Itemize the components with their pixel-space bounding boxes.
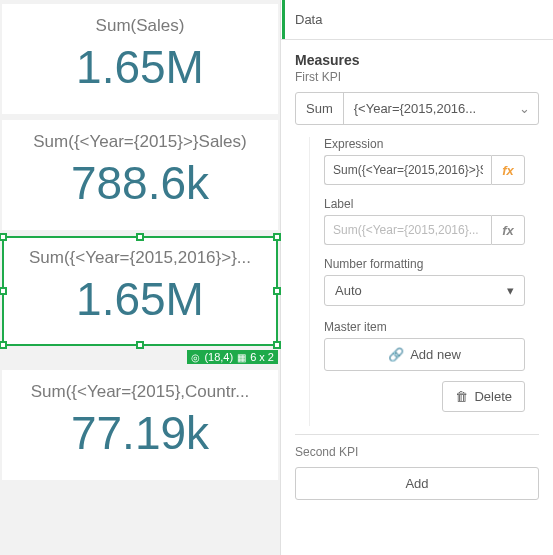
panel-tabs: Data: [281, 0, 553, 40]
kpi-title: Sum(Sales): [10, 16, 270, 36]
measures-section: Measures First KPI Sum {<Year={2015,2016…: [281, 40, 553, 512]
properties-panel: Data Measures First KPI Sum {<Year={2015…: [280, 0, 553, 555]
resize-handle[interactable]: [136, 233, 144, 241]
kpi-value: 788.6k: [10, 156, 270, 210]
kpi-value: 1.65M: [10, 40, 270, 94]
number-formatting-select[interactable]: Auto ▾: [324, 275, 525, 306]
kpi-title: Sum({<Year={2015,2016}>}...: [10, 248, 270, 268]
add-label: Add: [405, 476, 428, 491]
fx-button[interactable]: fx: [491, 155, 525, 185]
second-kpi-label: Second KPI: [295, 445, 539, 459]
measures-title: Measures: [295, 52, 539, 68]
label-input[interactable]: [324, 215, 491, 245]
kpi-canvas: Sum(Sales) 1.65M Sum({<Year={2015}>}Sale…: [0, 0, 280, 555]
target-icon: ◎: [191, 352, 200, 363]
position-badge: ◎ (18,4) ▦ 6 x 2: [187, 350, 278, 364]
kpi-value: 1.65M: [10, 272, 270, 326]
resize-handle[interactable]: [273, 287, 281, 295]
resize-handle[interactable]: [0, 341, 7, 349]
delete-button[interactable]: 🗑 Delete: [442, 381, 525, 412]
resize-handle[interactable]: [0, 233, 7, 241]
kpi-title: Sum({<Year={2015}>}Sales): [10, 132, 270, 152]
aggregation-field[interactable]: Sum {<Year={2015,2016... ⌄: [295, 92, 539, 125]
resize-handle[interactable]: [0, 287, 7, 295]
resize-handle[interactable]: [136, 341, 144, 349]
delete-label: Delete: [474, 389, 512, 404]
badge-size: 6 x 2: [250, 351, 274, 363]
resize-handle[interactable]: [273, 233, 281, 241]
add-new-label: Add new: [410, 347, 461, 362]
fx-button[interactable]: fx: [491, 215, 525, 245]
kpi-value: 77.19k: [10, 406, 270, 460]
tab-data[interactable]: Data: [282, 0, 324, 39]
first-kpi-label: First KPI: [295, 70, 539, 84]
chevron-down-icon[interactable]: ⌄: [511, 93, 538, 124]
divider: [295, 434, 539, 435]
kpi-title: Sum({<Year={2015},Countr...: [10, 382, 270, 402]
trash-icon: 🗑: [455, 389, 468, 404]
number-formatting-value: Auto: [335, 283, 362, 298]
add-button[interactable]: Add: [295, 467, 539, 500]
kpi-card-selected[interactable]: Sum({<Year={2015,2016}>}... 1.65M ◎ (18,…: [2, 236, 278, 346]
kpi-card[interactable]: Sum(Sales) 1.65M: [2, 4, 278, 114]
caret-down-icon: ▾: [507, 283, 514, 298]
aggregation-type[interactable]: Sum: [296, 93, 344, 124]
link-icon: 🔗: [388, 347, 404, 362]
badge-pos: (18,4): [204, 351, 233, 363]
add-new-button[interactable]: 🔗 Add new: [324, 338, 525, 371]
resize-handle[interactable]: [273, 341, 281, 349]
master-item-label: Master item: [324, 320, 525, 334]
label-label: Label: [324, 197, 525, 211]
field-name: {<Year={2015,2016...: [344, 93, 511, 124]
expression-label: Expression: [324, 137, 525, 151]
kpi-card[interactable]: Sum({<Year={2015},Countr... 77.19k: [2, 370, 278, 480]
expression-input[interactable]: [324, 155, 491, 185]
number-formatting-label: Number formatting: [324, 257, 525, 271]
kpi-card[interactable]: Sum({<Year={2015}>}Sales) 788.6k: [2, 120, 278, 230]
grid-icon: ▦: [237, 352, 246, 363]
